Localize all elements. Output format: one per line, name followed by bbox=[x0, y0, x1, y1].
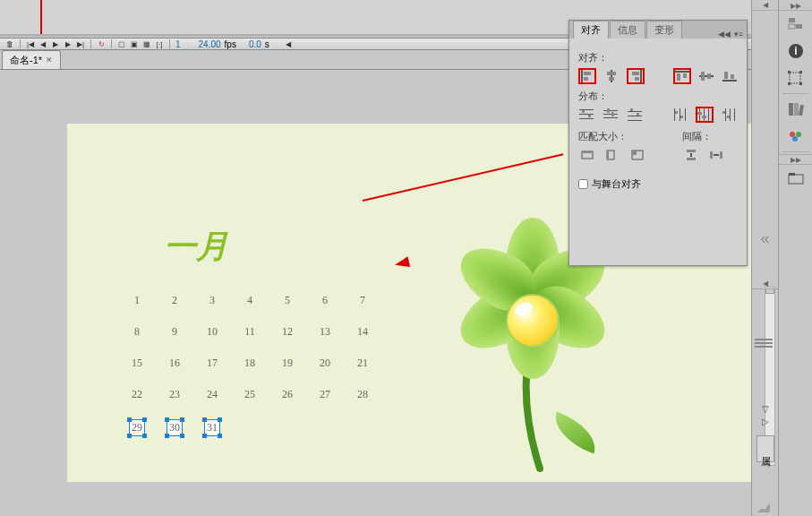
swatches-panel-icon[interactable] bbox=[779, 123, 812, 150]
align-right-icon[interactable] bbox=[627, 68, 645, 84]
distribute-bottom-icon[interactable] bbox=[626, 107, 643, 123]
match-height-icon[interactable] bbox=[603, 147, 621, 163]
first-frame-icon[interactable]: |◀ bbox=[26, 39, 35, 48]
loop-icon[interactable]: ↻ bbox=[97, 39, 106, 48]
calendar-cell[interactable]: 19 bbox=[279, 357, 295, 370]
onion-outlines-icon[interactable]: ▣ bbox=[130, 39, 139, 48]
calendar-cell[interactable]: 24 bbox=[204, 388, 220, 401]
distribute-right-icon[interactable] bbox=[721, 107, 738, 123]
sidebar-collapse-icon[interactable]: ▸▸ bbox=[779, 154, 812, 165]
calendar-cell[interactable]: 30 bbox=[167, 419, 183, 436]
calendar-cell[interactable]: 23 bbox=[167, 388, 183, 401]
align-left-icon[interactable] bbox=[578, 68, 596, 84]
calendar-cell[interactable] bbox=[317, 419, 333, 436]
stage-align-label: 与舞台对齐 bbox=[592, 177, 641, 191]
calendar-cell[interactable]: 22 bbox=[129, 388, 145, 401]
svg-rect-31 bbox=[630, 108, 633, 111]
project-panel-icon[interactable] bbox=[779, 165, 812, 192]
distribute-top-icon[interactable] bbox=[578, 107, 595, 123]
month-title[interactable]: 一月 bbox=[164, 225, 228, 269]
playhead-marker[interactable] bbox=[40, 0, 42, 34]
next-frame-icon[interactable]: ▶ bbox=[64, 39, 73, 48]
collapse-left-icon[interactable]: ◀ bbox=[752, 0, 778, 11]
prev-frame-icon[interactable]: ◀ bbox=[38, 39, 47, 48]
calendar-cell[interactable]: 26 bbox=[279, 388, 295, 401]
match-width-icon[interactable] bbox=[578, 147, 596, 163]
match-both-icon[interactable] bbox=[628, 147, 646, 163]
transform-panel-icon[interactable] bbox=[779, 64, 812, 91]
current-frame[interactable]: 1 bbox=[175, 39, 181, 49]
calendar-cell[interactable]: 5 bbox=[279, 294, 295, 307]
calendar-cell[interactable]: 2 bbox=[167, 294, 183, 307]
svg-rect-18 bbox=[579, 109, 594, 110]
tab-transform[interactable]: 变形 bbox=[646, 21, 682, 39]
info-panel-icon[interactable]: i bbox=[779, 38, 812, 64]
calendar-cell[interactable]: 1 bbox=[129, 294, 145, 307]
calendar-cell[interactable]: 3 bbox=[204, 294, 220, 307]
svg-rect-49 bbox=[582, 151, 593, 153]
calendar-cell[interactable]: 21 bbox=[355, 357, 371, 370]
calendar-cell[interactable]: 25 bbox=[242, 388, 258, 401]
sidebar-collapse-icon[interactable]: ▸▸ bbox=[779, 0, 812, 11]
hamburger-icon[interactable] bbox=[755, 337, 773, 349]
calendar-cell[interactable]: 4 bbox=[242, 294, 258, 307]
stage-align-checkbox[interactable] bbox=[578, 179, 588, 189]
library-panel-icon[interactable] bbox=[779, 96, 812, 123]
last-frame-icon[interactable]: ▶| bbox=[76, 39, 85, 48]
calendar-cell[interactable]: 18 bbox=[242, 357, 258, 370]
calendar-cell[interactable]: 29 bbox=[129, 419, 145, 436]
expand-sub-icon[interactable]: ▽ bbox=[762, 404, 769, 414]
play-icon[interactable]: ▶ bbox=[51, 39, 60, 48]
calendar-cell[interactable]: 12 bbox=[279, 325, 295, 339]
calendar-cell[interactable]: 28 bbox=[355, 388, 371, 401]
calendar-cell[interactable]: 9 bbox=[167, 325, 183, 339]
calendar-cell[interactable]: 20 bbox=[317, 357, 333, 370]
zoom-corner-icon[interactable] bbox=[755, 502, 773, 514]
markers-icon[interactable]: [·] bbox=[155, 39, 164, 48]
svg-rect-55 bbox=[687, 158, 696, 160]
edit-multiple-icon[interactable]: ▦ bbox=[142, 39, 151, 48]
align-panel-icon[interactable] bbox=[779, 11, 812, 38]
svg-rect-60 bbox=[789, 18, 795, 22]
expand-right-icon[interactable]: ▷ bbox=[762, 417, 769, 426]
space-horizontal-icon[interactable] bbox=[707, 147, 725, 163]
calendar-cell[interactable]: 6 bbox=[317, 294, 333, 307]
trash-icon[interactable]: 🗑 bbox=[5, 39, 14, 48]
svg-rect-67 bbox=[799, 71, 802, 73]
tab-info[interactable]: 信息 bbox=[610, 21, 645, 39]
panel-prev-icon[interactable]: ◀◀ bbox=[718, 30, 731, 39]
calendar-cell[interactable]: 31 bbox=[204, 419, 220, 436]
calendar-cell[interactable]: 17 bbox=[204, 357, 220, 370]
svg-rect-43 bbox=[725, 108, 726, 121]
calendar-cell[interactable]: 13 bbox=[317, 325, 333, 339]
time-value[interactable]: 0.0 bbox=[249, 39, 261, 49]
close-icon[interactable]: ✕ bbox=[46, 56, 53, 64]
distribute-vcenter-icon[interactable] bbox=[603, 107, 620, 123]
document-tab[interactable]: 命名-1* ✕ bbox=[2, 50, 61, 69]
calendar-cell[interactable] bbox=[355, 419, 371, 436]
panel-menu-icon[interactable]: ▾≡ bbox=[734, 30, 743, 39]
calendar-cell[interactable]: 7 bbox=[355, 294, 371, 307]
calendar-cell[interactable]: 15 bbox=[129, 357, 145, 370]
distribute-left-icon[interactable] bbox=[672, 107, 689, 123]
align-bottom-icon[interactable] bbox=[722, 68, 738, 84]
calendar-cell[interactable] bbox=[242, 419, 258, 436]
align-hcenter-icon[interactable] bbox=[603, 68, 620, 84]
distribute-hcenter-icon[interactable] bbox=[696, 107, 714, 123]
timeline-scroll-left[interactable]: ◀ bbox=[284, 39, 293, 48]
properties-tab[interactable]: 属 bbox=[756, 435, 774, 462]
fps-value[interactable]: 24.00 bbox=[199, 39, 221, 49]
calendar-cell[interactable]: 14 bbox=[355, 325, 371, 339]
calendar-cell[interactable]: 16 bbox=[167, 357, 183, 370]
space-vertical-icon[interactable] bbox=[682, 147, 700, 163]
calendar-cell[interactable]: 27 bbox=[317, 388, 333, 401]
calendar-cell[interactable]: 8 bbox=[129, 325, 145, 339]
align-vcenter-icon[interactable] bbox=[698, 68, 714, 84]
align-top-icon[interactable] bbox=[673, 68, 691, 84]
calendar-cell[interactable]: 10 bbox=[204, 325, 220, 339]
calendar-cell[interactable] bbox=[279, 419, 295, 436]
svg-rect-24 bbox=[603, 114, 618, 115]
calendar-cell[interactable]: 11 bbox=[242, 325, 258, 339]
tab-align[interactable]: 对齐 bbox=[573, 21, 609, 39]
onion-skin-icon[interactable]: ▢ bbox=[117, 39, 126, 48]
